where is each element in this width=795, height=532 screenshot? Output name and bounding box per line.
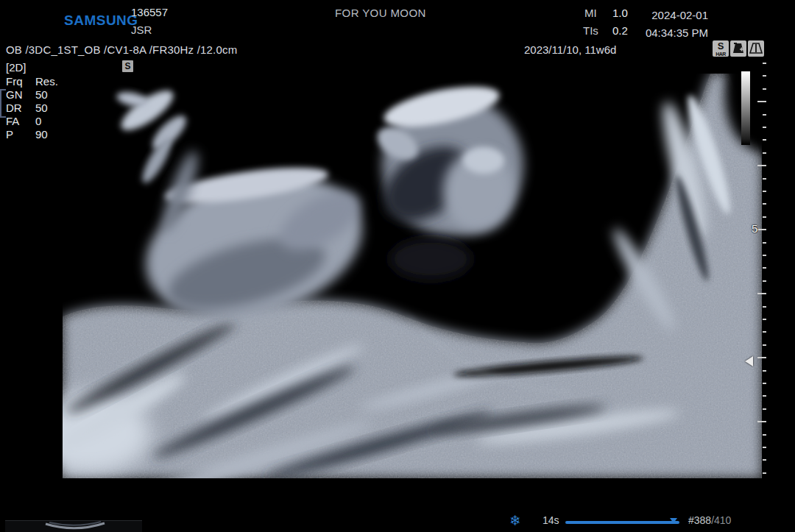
depth-tick <box>763 331 766 333</box>
probe-orientation-icon <box>748 40 764 57</box>
param-label: P <box>6 128 35 141</box>
depth-tick <box>763 152 766 154</box>
system-time: 04:34:35 PM <box>632 24 708 42</box>
patient-id: 136557 <box>131 6 168 18</box>
param-value: 50 <box>35 102 48 115</box>
depth-tick <box>763 472 766 474</box>
depth-tick <box>763 267 766 269</box>
depth-label: 5 <box>752 222 757 235</box>
param-select-bracket <box>0 89 6 118</box>
depth-tick <box>763 344 766 346</box>
probe-orientation-glyph <box>748 40 764 57</box>
depth-tick <box>763 408 766 410</box>
transducer-icon <box>730 40 746 57</box>
system-datetime: 2024-02-01 04:34:35 PM <box>632 7 708 42</box>
param-label: DR <box>6 102 35 115</box>
harmonic-sub-label: HAR <box>713 52 729 57</box>
param-label: Frq <box>6 75 35 88</box>
depth-tick <box>763 203 766 205</box>
param-label: FA <box>6 115 35 128</box>
frame-total: /410 <box>711 514 731 526</box>
focus-marker-icon <box>745 356 753 366</box>
frame-counter: #388/410 <box>688 514 731 526</box>
depth-tick <box>763 242 766 244</box>
operator-initials: JSR <box>131 24 152 36</box>
status-icon-group: S HAR <box>713 40 764 57</box>
grayscale-bar <box>741 71 750 145</box>
cine-progress-bar[interactable] <box>565 521 679 524</box>
param-value: 0 <box>35 115 41 128</box>
tis-value: 0.2 <box>612 24 628 37</box>
depth-tick <box>763 139 766 141</box>
depth-tick <box>763 383 766 384</box>
depth-tick <box>763 114 766 116</box>
exam-date-ga: 2023/11/10, 11w6d <box>524 43 616 56</box>
depth-tick <box>763 306 766 308</box>
depth-tick <box>763 127 766 128</box>
param-value: 50 <box>35 88 48 102</box>
depth-tick <box>763 370 766 372</box>
param-row-fa: FA 0 <box>6 115 58 128</box>
param-value: 90 <box>35 128 48 141</box>
depth-tick <box>763 178 766 180</box>
param-row-dr: DR 50 <box>6 102 58 115</box>
frame-current: #388 <box>688 514 711 526</box>
imaging-mode: [2D] <box>6 61 26 74</box>
samsung-logo: SAMSUNG <box>64 13 138 29</box>
depth-tick <box>763 319 766 320</box>
depth-tick <box>763 447 766 448</box>
depth-tick <box>763 63 766 64</box>
ultrasound-image <box>63 74 762 478</box>
depth-tick <box>763 75 766 77</box>
mi-value: 1.0 <box>612 7 628 19</box>
depth-tick <box>763 191 766 192</box>
preset-string: OB /3DC_1ST_OB /CV1-8A /FR30Hz /12.0cm <box>6 43 237 56</box>
depth-tick <box>763 255 766 256</box>
depth-tick <box>763 88 766 90</box>
thumbnail-preview <box>5 521 142 532</box>
param-row-frq: Frq Res. <box>6 75 58 88</box>
cine-elapsed-time: 14s <box>543 514 559 526</box>
depth-tick <box>763 434 766 436</box>
harmonic-imaging-icon: S HAR <box>713 40 729 57</box>
depth-tick <box>763 459 766 461</box>
param-row-gn: GN 50 <box>6 88 58 102</box>
parameter-list: Frq Res. GN 50 DR 50 FA 0 P 90 <box>6 75 58 141</box>
clipboard-thumbnail[interactable] <box>5 520 142 532</box>
param-value: Res. <box>35 75 58 88</box>
facility-name: FOR YOU MOON <box>335 7 426 19</box>
mi-label: MI <box>584 7 597 19</box>
cine-progress-thumb[interactable] <box>670 518 677 523</box>
system-date: 2024-02-01 <box>632 7 708 24</box>
harmonic-letter: S <box>718 43 724 50</box>
depth-tick <box>763 395 766 397</box>
param-row-p: P 90 <box>6 128 58 141</box>
transducer-glyph <box>730 40 746 57</box>
depth-tick <box>763 280 766 282</box>
param-label: GN <box>6 88 35 102</box>
depth-tick <box>763 216 766 218</box>
ultrasound-screen: { "header": { "brand": "SAMSUNG", "patie… <box>0 0 795 532</box>
probe-orientation-marker: S <box>122 60 133 72</box>
freeze-snowflake-icon: ❄ <box>509 512 521 529</box>
tis-label: TIs <box>583 24 598 37</box>
